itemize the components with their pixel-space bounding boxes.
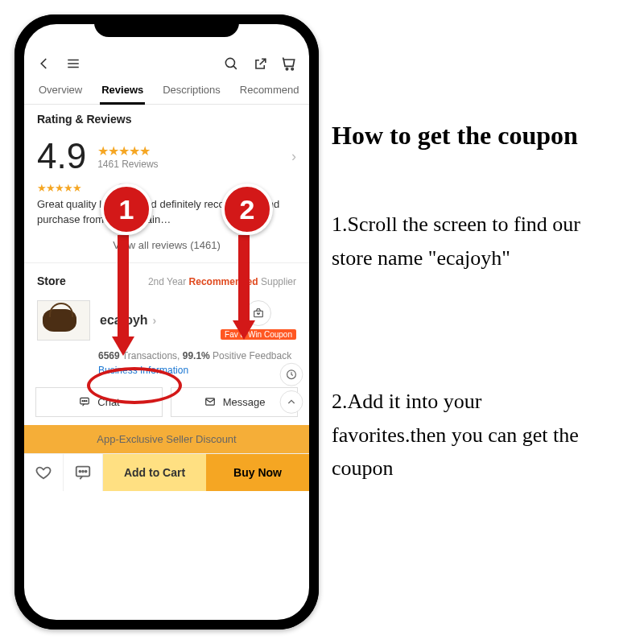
svg-point-17: [85, 470, 87, 472]
annotation-ring-store: [87, 367, 182, 404]
history-icon[interactable]: [280, 362, 303, 386]
svg-point-5: [286, 68, 287, 70]
top-bar: [24, 48, 309, 77]
svg-point-11: [86, 401, 87, 402]
instructions-step-1: 1.Scroll the screen to find our store na…: [332, 208, 597, 275]
back-icon[interactable]: [35, 55, 53, 72]
search-icon[interactable]: [222, 55, 240, 72]
svg-line-4: [233, 65, 236, 68]
message-button[interactable]: Message: [171, 387, 298, 417]
svg-point-15: [79, 470, 80, 472]
rating-stars: ★★★★★: [97, 143, 158, 159]
bottom-bar: Add to Cart Buy Now: [24, 453, 309, 491]
rating-heading: Rating & Reviews: [37, 113, 296, 126]
phone-notch: [94, 14, 239, 37]
add-to-cart-button[interactable]: Add to Cart: [103, 454, 206, 491]
annotation-badge-1: 1: [101, 184, 152, 235]
tab-reviews[interactable]: Reviews: [92, 77, 153, 104]
tab-overview[interactable]: Overview: [29, 77, 92, 104]
phone-frame: Overview Reviews Descriptions Recommend …: [14, 14, 319, 630]
store-heading: Store: [37, 275, 66, 287]
chevron-right-icon: ›: [291, 148, 296, 165]
svg-point-10: [85, 401, 85, 402]
rating-count: 1461 Reviews: [97, 159, 158, 170]
wishlist-icon[interactable]: [24, 454, 64, 491]
tab-recommend[interactable]: Recommend: [230, 77, 309, 104]
cart-icon[interactable]: [280, 55, 298, 72]
rating-summary[interactable]: 4.9 ★★★★★ 1461 Reviews ›: [24, 130, 309, 175]
scroll-top-icon[interactable]: [280, 390, 303, 414]
store-stats: 6569 Transactions, 99.1% Positive Feedba…: [24, 345, 309, 363]
svg-point-9: [82, 401, 83, 402]
share-icon[interactable]: [251, 55, 269, 72]
phone-screen: Overview Reviews Descriptions Recommend …: [24, 24, 309, 620]
store-row[interactable]: ecajoyh› Fav & Win Coupon: [24, 292, 309, 345]
rating-score: 4.9: [37, 138, 86, 174]
instructions-title: How to get the coupon: [332, 121, 630, 151]
instructions-step-2: 2.Add it into your favorites.then you ca…: [332, 385, 597, 485]
tab-descriptions[interactable]: Descriptions: [153, 77, 230, 104]
svg-point-3: [225, 58, 234, 67]
buy-now-button[interactable]: Buy Now: [206, 454, 309, 491]
chat-icon[interactable]: [64, 454, 103, 491]
review-stars: ★★★★★: [37, 182, 81, 194]
svg-point-6: [291, 68, 293, 70]
view-all-reviews[interactable]: View all reviews (1461): [24, 233, 309, 262]
svg-point-16: [82, 470, 84, 472]
tabs: Overview Reviews Descriptions Recommend: [24, 77, 309, 105]
store-product-thumb: [37, 300, 90, 341]
discount-banner[interactable]: App-Exclusive Seller Discount: [24, 425, 309, 453]
store-badge: 2nd Year Recommended Supplier: [148, 276, 296, 287]
floating-buttons: [280, 362, 303, 417]
chevron-right-icon: ›: [153, 314, 157, 327]
menu-icon[interactable]: [64, 55, 82, 72]
annotation-badge-2: 2: [221, 184, 273, 235]
